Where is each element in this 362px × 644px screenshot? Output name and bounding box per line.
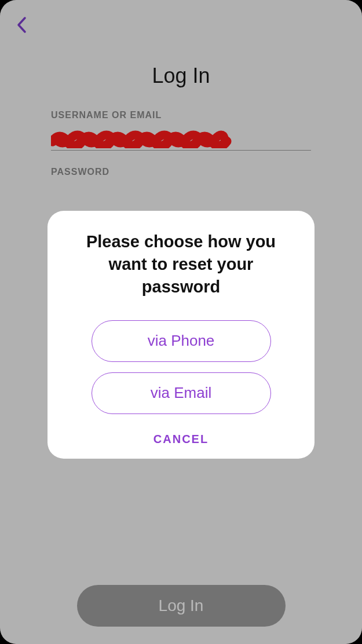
modal-title: Please choose how you want to reset your… <box>64 230 298 298</box>
reset-via-email-button[interactable]: via Email <box>92 372 271 414</box>
login-screen: Log In USERNAME OR EMAIL PASSWORD Log In… <box>0 0 362 644</box>
password-reset-modal: Please choose how you want to reset your… <box>47 211 315 459</box>
cancel-button[interactable]: CANCEL <box>153 433 209 446</box>
reset-via-phone-button[interactable]: via Phone <box>92 320 271 362</box>
